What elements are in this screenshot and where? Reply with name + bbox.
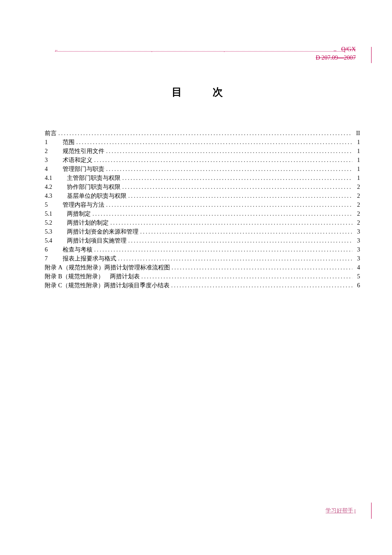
page-footer: 学习好帮手I [326,507,356,515]
toc-leader-dots [57,129,352,138]
toc-entry: 前言II [45,129,360,138]
toc-page-number: 1 [352,156,360,165]
toc-leader-dots [170,263,352,272]
doc-code-line2: D 207.09—2007 [316,55,356,61]
toc-title: 检查与考核 [63,245,92,254]
doc-code-line1: Q/GX [341,46,356,53]
toc-number: 4 [45,165,63,173]
toc-entry: 4.3基层单位的职责与权限2 [45,191,360,200]
toc-title: 前言 [45,129,57,138]
footer-page-mark: I [354,508,356,513]
toc-leader-dots [121,173,352,182]
toc-leader-dots [109,218,352,227]
toc-page-number: 1 [352,165,360,173]
toc-leader-dots [140,272,352,281]
toc-entry: 4.1主管部门职责与权限1 [45,173,360,182]
toc-page-number: 3 [352,227,360,236]
document-page: .. . . Q/GX D 207.09—2007 目 次 前言II1范围12规… [0,0,392,555]
toc-title: 两措计划项目实施管理 [67,236,127,245]
toc-leader-dots [104,147,352,156]
toc-number: 5 [45,200,63,209]
toc-leader-dots [127,236,352,245]
toc-page-number: 3 [352,254,360,263]
toc-leader-dots [104,165,352,173]
page-header: .. . . Q/GX D 207.09—2007 [45,47,360,64]
toc-leader-dots [116,254,352,263]
toc-title: 附录 C（规范性附录）两措计划项目季度小结表 [45,281,170,290]
toc-entry: 5.4两措计划项目实施管理3 [45,236,360,245]
toc-page-number: II [352,129,360,138]
footer-label: 学习好帮手 [326,507,353,514]
revision-bar [371,503,372,519]
toc-entry: 3术语和定义1 [45,156,360,165]
toc-title: 范围 [63,138,75,147]
toc-number: 4.2 [45,182,67,191]
toc-page-number: 1 [352,147,360,156]
header-underline [55,51,343,52]
toc-entry: 1范围1 [45,138,360,147]
header-decoration: . [151,48,153,53]
toc-number: 5.2 [45,218,67,227]
toc-entry: 4.2协作部门职责与权限2 [45,182,360,191]
toc-leader-dots [104,200,352,209]
toc-page-number: 2 [352,182,360,191]
toc-number: 2 [45,147,63,156]
toc-number: 3 [45,156,63,165]
toc-page-number: 1 [352,138,360,147]
toc-number: 7 [45,254,63,263]
toc-page-number: 6 [352,281,360,290]
toc-entry: 4管理部门与职责1 [45,165,360,173]
toc-title: 两措计划资金的来源和管理 [67,227,138,236]
table-of-contents: 前言II1范围12规范性引用文件13术语和定义14管理部门与职责14.1主管部门… [45,129,360,290]
toc-number: 5.4 [45,236,67,245]
toc-leader-dots [121,182,352,191]
toc-page-number: 2 [352,191,360,200]
toc-entry: 6检查与考核3 [45,245,360,254]
toc-page-number: 2 [352,200,360,209]
toc-page-number: 5 [352,272,360,281]
toc-page-number: 1 [352,173,360,182]
toc-entry: 5管理内容与方法2 [45,200,360,209]
toc-title: 两措制定 [67,209,91,218]
toc-title: 基层单位的职责与权限 [67,191,127,200]
toc-entry: 附录 A（规范性附录）两措计划管理标准流程图4 [45,263,360,272]
toc-number: 4.3 [45,191,67,200]
toc-number: 6 [45,245,63,254]
toc-title: 规范性引用文件 [63,147,104,156]
toc-number: 5.1 [45,209,67,218]
toc-entry: 2规范性引用文件1 [45,147,360,156]
toc-number: 5.3 [45,227,67,236]
toc-title: 报表上报要求与格式 [63,254,116,263]
toc-leader-dots [75,138,352,147]
toc-number: 4.1 [45,173,67,182]
toc-entry: 5.2两措计划的制定2 [45,218,360,227]
toc-page-number: 4 [352,263,360,272]
toc-title: 附录 A（规范性附录）两措计划管理标准流程图 [45,263,170,272]
toc-leader-dots [138,227,352,236]
page-title: 目 次 [45,85,360,99]
toc-page-number: 3 [352,236,360,245]
toc-title: 两措计划的制定 [67,218,109,227]
toc-title: 附录 B（规范性附录） 两措计划表 [45,272,140,281]
toc-leader-dots [92,245,352,254]
header-decoration: . [224,48,225,53]
toc-entry: 5.3两措计划资金的来源和管理3 [45,227,360,236]
toc-page-number: 2 [352,209,360,218]
toc-title: 主管部门职责与权限 [67,173,121,182]
toc-entry: 5.1两措制定2 [45,209,360,218]
toc-title: 协作部门职责与权限 [67,182,121,191]
toc-page-number: 3 [352,245,360,254]
toc-title: 管理部门与职责 [63,165,104,173]
toc-number: 1 [45,138,63,147]
toc-entry: 附录 C（规范性附录）两措计划项目季度小结表6 [45,281,360,290]
toc-page-number: 2 [352,218,360,227]
toc-title: 管理内容与方法 [63,200,104,209]
toc-leader-dots [170,281,352,290]
toc-leader-dots [127,191,352,200]
revision-bar [371,47,372,63]
toc-leader-dots [91,209,352,218]
toc-entry: 附录 B（规范性附录） 两措计划表5 [45,272,360,281]
toc-entry: 7报表上报要求与格式3 [45,254,360,263]
toc-title: 术语和定义 [63,156,92,165]
toc-leader-dots [92,156,352,165]
